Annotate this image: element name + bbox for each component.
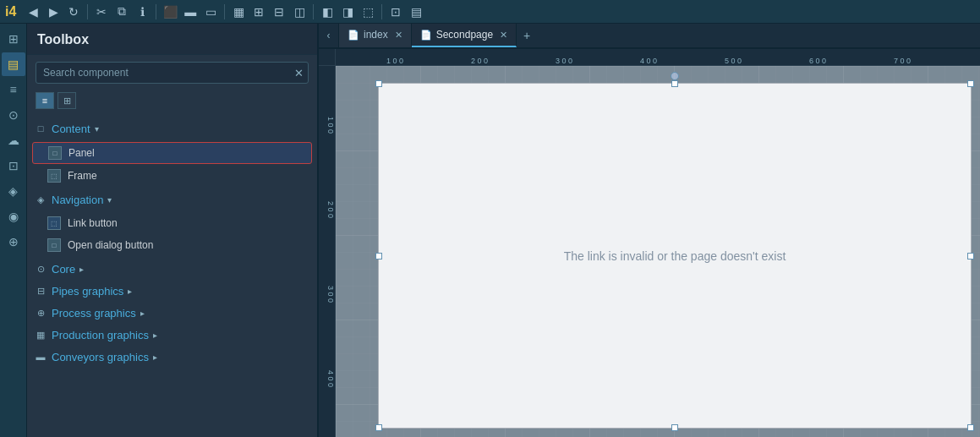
conveyors-arrow-icon: ▸ [153, 352, 157, 362]
view-grid-button[interactable]: ⊞ [57, 92, 76, 109]
rotation-handle[interactable] [671, 72, 679, 80]
pipes-arrow-icon: ▸ [128, 287, 132, 296]
toolbar-back[interactable]: ◀ [25, 3, 41, 20]
sidebar-item-home[interactable]: ⊞ [2, 27, 25, 51]
section-header-core[interactable]: ⊙ Core ▸ [27, 258, 317, 280]
process-arrow-icon: ▸ [140, 309, 145, 318]
section-header-production-graphics[interactable]: ▦ Production graphics ▸ [27, 324, 317, 346]
tab-index-close[interactable]: ✕ [395, 30, 402, 41]
tab-add-button[interactable]: + [517, 24, 537, 47]
toolbox-item-open-dialog-button[interactable]: □ Open dialog button [27, 234, 317, 256]
sep3 [224, 4, 225, 19]
toolbar-icon7[interactable]: ⬚ [359, 3, 376, 20]
section-header-conveyors-graphics[interactable]: ▬ Conveyors graphics ▸ [27, 346, 317, 368]
handle-top-right[interactable] [967, 80, 974, 87]
toolbar-icon9[interactable]: ▤ [408, 3, 424, 20]
toolbar-table[interactable]: ⊞ [250, 3, 267, 20]
ruler-vtick-400: 4 0 0 [326, 370, 335, 387]
handle-right-mid[interactable] [967, 253, 974, 259]
toolbar-icon8[interactable]: ⊡ [387, 3, 404, 20]
toolbar-scissors[interactable]: ✂ [93, 3, 110, 20]
handle-bottom-right[interactable] [967, 424, 974, 431]
toolbar-refresh[interactable]: ↻ [65, 3, 82, 20]
handle-top-mid[interactable] [671, 80, 678, 87]
frame-icon: ⬚ [47, 169, 61, 183]
content-section-items: □ Panel ⬚ Frame [27, 139, 317, 188]
ruler-vtick-300: 3 0 0 [326, 286, 335, 303]
sidebar-item-circle[interactable]: ◉ [2, 205, 25, 228]
tab-secondpage-close[interactable]: ✕ [500, 30, 507, 41]
toolbar-chart[interactable]: ▦ [230, 3, 247, 20]
toolbar-icon6[interactable]: ◨ [339, 3, 356, 20]
tab-secondpage[interactable]: 📄 Secondpage ✕ [412, 24, 517, 47]
toolbar-info[interactable]: ℹ [134, 3, 151, 20]
toolbox-item-link-button[interactable]: ⬚ Link button [27, 212, 317, 234]
handle-top-left[interactable] [375, 80, 382, 87]
sidebar-item-star[interactable]: ◈ [2, 179, 25, 203]
panel-icon: □ [48, 146, 62, 160]
canvas-page: The link is invalid or the page doesn't … [378, 83, 972, 429]
search-input[interactable] [36, 63, 289, 83]
search-clear-button[interactable]: ✕ [289, 63, 308, 82]
sidebar-item-plus[interactable]: ⊕ [2, 230, 25, 254]
toolbar-align-right[interactable]: ▭ [202, 3, 219, 20]
canvas-error-message: The link is invalid or the page doesn't … [564, 249, 786, 263]
toolbar-align-center[interactable]: ▬ [182, 3, 199, 20]
canvas-row: 1 0 0 2 0 0 3 0 0 4 0 0 [319, 66, 980, 437]
tab-index[interactable]: 📄 index ✕ [339, 24, 412, 47]
sidebar-item-toolbox[interactable]: ▤ [2, 52, 25, 76]
open-dialog-icon: □ [47, 238, 61, 252]
link-button-label: Link button [68, 217, 118, 229]
ruler-tick-700: 7 0 0 [894, 57, 911, 65]
link-button-icon: ⬚ [47, 216, 61, 230]
handle-bottom-mid[interactable] [671, 424, 678, 431]
section-label-pipes-graphics: Pipes graphics [52, 285, 123, 298]
section-label-content: Content [52, 123, 90, 135]
process-section-icon: ⊕ [34, 306, 47, 320]
sep2 [156, 4, 156, 19]
tab-secondpage-label: Secondpage [436, 29, 493, 41]
panel-label: Panel [68, 147, 95, 159]
content-arrow-icon: ▾ [95, 124, 99, 134]
top-toolbar: i4 ◀ ▶ ↻ ✂ ⧉ ℹ ⬛ ▬ ▭ ▦ ⊞ ⊟ ◫ ◧ ◨ ⬚ ⊡ ▤ [0, 0, 980, 24]
toolbox-item-panel[interactable]: □ Panel [32, 142, 312, 164]
section-header-content[interactable]: □ Content ▾ [27, 117, 317, 139]
vertical-ruler: 1 0 0 2 0 0 3 0 0 4 0 0 [319, 66, 336, 437]
canvas-area[interactable]: The link is invalid or the page doesn't … [336, 66, 980, 437]
toolbar-layout[interactable]: ◫ [291, 3, 308, 20]
toolbox-item-frame[interactable]: ⬚ Frame [27, 165, 317, 187]
toolbar-icon5[interactable]: ◧ [319, 3, 336, 20]
ruler-tick-100: 1 0 0 [386, 57, 403, 65]
ruler-tick-400: 4 0 0 [640, 57, 657, 65]
toolbar-copy[interactable]: ⧉ [113, 3, 130, 20]
tab-nav-prev[interactable]: ‹ [319, 24, 339, 47]
left-icon-sidebar: ⊞ ▤ ≡ ⊙ ☁ ⊡ ◈ ◉ ⊕ [0, 24, 27, 437]
section-header-pipes-graphics[interactable]: ⊟ Pipes graphics ▸ [27, 280, 317, 302]
ruler-tick-500: 5 0 0 [725, 57, 742, 65]
editor-area: ‹ 📄 index ✕ 📄 Secondpage ✕ + 1 0 0 2 0 0… [319, 24, 980, 437]
ruler-corner [319, 49, 336, 66]
app-logo: i4 [5, 4, 16, 19]
toolbox-title: Toolbox [27, 24, 317, 55]
pipes-section-icon: ⊟ [34, 284, 47, 298]
handle-bottom-left[interactable] [375, 424, 382, 431]
horizontal-ruler: 1 0 0 2 0 0 3 0 0 4 0 0 5 0 0 6 0 0 7 0 … [336, 49, 980, 66]
toolbar-forward[interactable]: ▶ [45, 3, 62, 20]
conveyors-section-icon: ▬ [34, 350, 47, 363]
ruler-row: 1 0 0 2 0 0 3 0 0 4 0 0 5 0 0 6 0 0 7 0 … [319, 49, 980, 66]
view-list-button[interactable]: ≡ [36, 92, 54, 109]
section-header-process-graphics[interactable]: ⊕ Process graphics ▸ [27, 302, 317, 324]
sep1 [87, 4, 88, 19]
search-bar: ✕ [36, 62, 309, 84]
frame-label: Frame [68, 170, 97, 182]
toolbar-grid[interactable]: ⊟ [271, 3, 287, 20]
section-header-navigation[interactable]: ◈ Navigation ▾ [27, 188, 317, 210]
sidebar-item-eye[interactable]: ⊙ [2, 103, 25, 127]
toolbar-align-left[interactable]: ⬛ [162, 3, 178, 20]
main-area: ⊞ ▤ ≡ ⊙ ☁ ⊡ ◈ ◉ ⊕ Toolbox ✕ ≡ ⊞ □ Conten… [0, 24, 980, 437]
sidebar-item-layers[interactable]: ≡ [2, 78, 25, 101]
sidebar-item-cloud[interactable]: ☁ [2, 128, 25, 152]
sidebar-item-grid[interactable]: ⊡ [2, 154, 25, 178]
production-arrow-icon: ▸ [153, 330, 157, 340]
handle-left-mid[interactable] [375, 253, 382, 259]
